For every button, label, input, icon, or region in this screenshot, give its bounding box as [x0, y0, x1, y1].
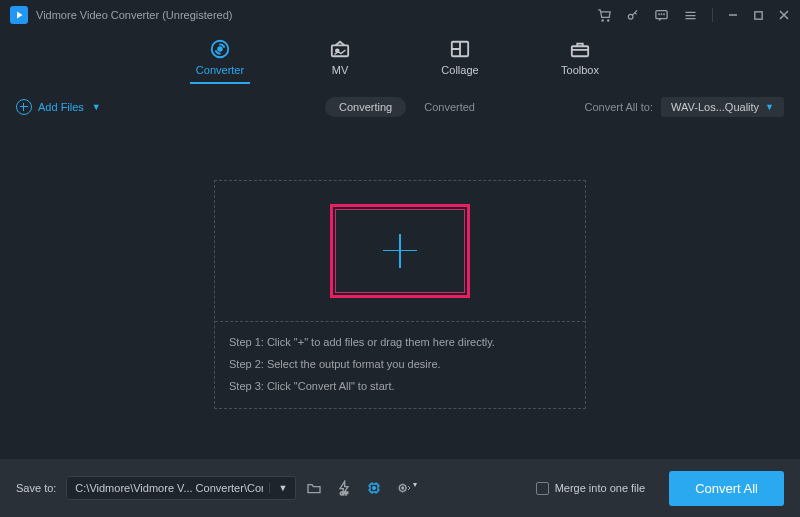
svg-point-1 [608, 19, 609, 20]
hardware-accel-icon[interactable]: OFF [336, 480, 352, 496]
output-format-select[interactable]: WAV-Los...Quality ▼ [661, 97, 784, 117]
app-logo [10, 6, 28, 24]
svg-point-4 [659, 13, 660, 14]
gpu-accel-icon[interactable] [366, 480, 382, 496]
conversion-status-tabs: Converting Converted [325, 97, 475, 117]
titlebar-divider [712, 8, 713, 22]
step-3: Step 3: Click "Convert All" to start. [229, 380, 571, 392]
tab-mv[interactable]: MV [310, 38, 370, 84]
merge-checkbox[interactable]: Merge into one file [536, 482, 646, 495]
converting-tab[interactable]: Converting [325, 97, 406, 117]
minimize-button[interactable] [727, 9, 739, 21]
merge-label: Merge into one file [555, 482, 646, 494]
toolbar: Add Files ▼ Converting Converted Convert… [0, 90, 800, 124]
converter-icon [209, 38, 231, 60]
format-value: WAV-Los...Quality [671, 101, 759, 113]
plus-circle-icon [16, 99, 32, 115]
tab-label: Collage [441, 64, 478, 76]
footer-tools: OFF ▾ [306, 480, 417, 496]
add-file-frame[interactable] [330, 204, 470, 298]
tab-collage[interactable]: Collage [430, 38, 490, 84]
plus-icon [383, 234, 417, 268]
tab-label: MV [332, 64, 349, 76]
save-path-value: C:\Vidmore\Vidmore V... Converter\Conver… [75, 482, 263, 494]
tab-toolbox[interactable]: Toolbox [550, 38, 610, 84]
menu-icon[interactable] [683, 8, 698, 23]
chevron-down-icon: ▼ [269, 483, 287, 493]
dropzone[interactable]: Step 1: Click "+" to add files or drag t… [214, 180, 586, 409]
dropzone-steps: Step 1: Click "+" to add files or drag t… [215, 321, 585, 408]
main-tabs: Converter MV Collage Toolbox [0, 30, 800, 90]
tab-label: Toolbox [561, 64, 599, 76]
converted-tab[interactable]: Converted [424, 101, 475, 113]
svg-text:OFF: OFF [340, 491, 349, 496]
svg-point-0 [602, 19, 603, 20]
tab-label: Converter [196, 64, 244, 76]
convert-all-button[interactable]: Convert All [669, 471, 784, 506]
cart-icon[interactable] [597, 8, 612, 23]
add-files-label: Add Files [38, 101, 84, 113]
settings-icon[interactable]: ▾ [396, 480, 417, 496]
svg-rect-10 [332, 45, 348, 56]
svg-point-16 [373, 487, 376, 490]
tab-converter[interactable]: Converter [190, 38, 250, 84]
save-path-select[interactable]: C:\Vidmore\Vidmore V... Converter\Conver… [66, 476, 296, 500]
mv-icon [329, 38, 351, 60]
svg-point-18 [402, 487, 404, 489]
checkbox-icon [536, 482, 549, 495]
dropzone-top [215, 181, 585, 321]
step-2: Step 2: Select the output format you des… [229, 358, 571, 370]
chevron-down-icon: ▼ [92, 102, 101, 112]
svg-rect-13 [572, 46, 588, 56]
step-1: Step 1: Click "+" to add files or drag t… [229, 336, 571, 348]
chevron-down-icon: ▼ [765, 102, 774, 112]
key-icon[interactable] [626, 8, 640, 22]
titlebar-actions [597, 8, 790, 23]
svg-point-9 [218, 47, 222, 51]
add-files-button[interactable]: Add Files ▼ [16, 99, 101, 115]
maximize-button[interactable] [753, 10, 764, 21]
convert-all-label: Convert All [695, 481, 758, 496]
collage-icon [449, 38, 471, 60]
footer: Save to: C:\Vidmore\Vidmore V... Convert… [0, 459, 800, 517]
feedback-icon[interactable] [654, 8, 669, 23]
convert-all-to-group: Convert All to: WAV-Los...Quality ▼ [585, 97, 784, 117]
toolbox-icon [569, 38, 591, 60]
window-title: Vidmore Video Converter (Unregistered) [36, 9, 597, 21]
titlebar: Vidmore Video Converter (Unregistered) [0, 0, 800, 30]
main-area: Step 1: Click "+" to add files or drag t… [0, 124, 800, 464]
svg-point-6 [664, 13, 665, 14]
open-folder-icon[interactable] [306, 481, 322, 495]
convert-all-to-label: Convert All to: [585, 101, 653, 113]
svg-rect-7 [755, 11, 762, 18]
save-to-label: Save to: [16, 482, 56, 494]
svg-point-5 [661, 13, 662, 14]
close-button[interactable] [778, 9, 790, 21]
